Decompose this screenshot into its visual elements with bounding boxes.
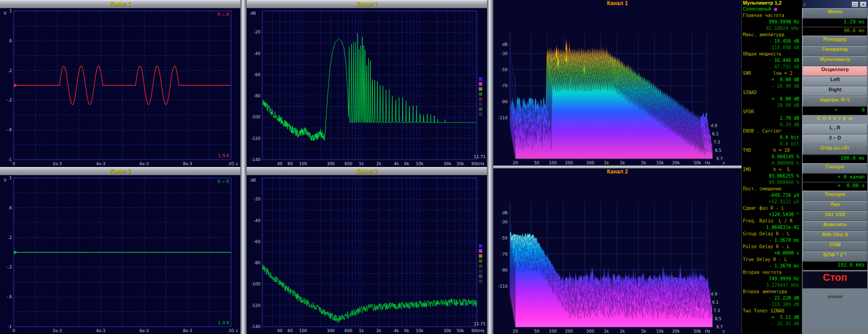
- delay-rl-button[interactable]: Задерж. R–L: [802, 96, 868, 106]
- sync-button[interactable]: Синхро: [802, 163, 868, 173]
- svg-text:8e-3: 8e-3: [183, 161, 192, 166]
- oscilloscope-channel2-panel: Канал 2 1.6.2-.2-.6-102e-34e-36e-38e-3.0…: [0, 167, 240, 334]
- linear-button[interactable]: Лин: [802, 201, 868, 211]
- left-button[interactable]: Left: [802, 76, 868, 86]
- svg-text:1: 1: [9, 176, 12, 180]
- spectrum-channel1-plot[interactable]: -20-40-60-80-100-120-14040601003006001k2…: [247, 8, 487, 167]
- meter-value: 0.0 bit: [742, 141, 802, 148]
- generator-button[interactable]: Генератор: [802, 46, 868, 56]
- svg-text:s: s: [236, 328, 238, 333]
- meter-label: Пост. смещение: [742, 186, 802, 193]
- meter-value: - 1.3670 ms: [742, 238, 802, 244]
- spectrum-channel2-plot[interactable]: -20-40-60-80-100-120-14040601003006001k2…: [247, 175, 487, 334]
- stop-button[interactable]: Стоп: [802, 271, 868, 289]
- svg-text:dB: dB: [250, 11, 256, 16]
- svg-text:8.5: 8.5: [715, 148, 721, 153]
- close-icon[interactable]: ✕: [860, 1, 867, 7]
- svg-text:-140: -140: [251, 324, 261, 329]
- delay-value-value: + 0: [802, 106, 868, 115]
- vertical-scrollbar-separator[interactable]: [240, 0, 247, 334]
- fft-size-button[interactable]: БПФ * 2¹⁴: [802, 251, 868, 262]
- meter-value: - 25.41 dB: [742, 321, 802, 328]
- svg-text:.2: .2: [8, 68, 12, 73]
- weighting-button[interactable]: Взвесить: [802, 221, 868, 231]
- oscilloscope-channel2-plot[interactable]: 1.6.2-.2-.6-102e-34e-36e-38e-3.01VsR = R…: [0, 175, 240, 334]
- oscilloscope-channel1-panel: Канал 1 1.6.2-.2-.6-102e-34e-36e-38e-3.0…: [0, 0, 240, 167]
- svg-text:.6: .6: [8, 206, 12, 210]
- waterfall-channel2-plot[interactable]: -30-50-70-90-110dB20501002005001k2k5k10k…: [493, 178, 741, 334]
- control-panel: ♪▢✕Меню1.29 ms90.6 msРекордерГенераторМу…: [802, 0, 868, 334]
- window-function-button[interactable]: Rife-Vinc 6: [802, 231, 868, 241]
- svg-text:6e-3: 6e-3: [139, 328, 149, 333]
- right-button[interactable]: Right: [802, 86, 868, 96]
- current-button[interactable]: Текущее: [802, 191, 868, 201]
- multimeter-title: Мультиметр 1,2: [742, 0, 802, 6]
- spectra-3d-button[interactable]: 3 – D: [802, 134, 868, 145]
- spectra-lr-button[interactable]: L , R: [802, 124, 868, 134]
- svg-text:1k: 1k: [359, 328, 365, 333]
- svg-text:300: 300: [327, 161, 335, 166]
- svg-text:-50: -50: [501, 236, 508, 240]
- spectrum-channel2-titlebar[interactable]: Канал 2: [247, 167, 487, 175]
- svg-text:Hz: Hz: [705, 161, 710, 165]
- multimeter-button[interactable]: Мультиметр: [802, 56, 868, 66]
- svg-text:7.3: 7.3: [713, 308, 720, 313]
- oscilloscope-channel2-titlebar[interactable]: Канал 2: [0, 167, 240, 175]
- svg-text:Hz: Hz: [479, 328, 485, 333]
- svg-text:-.2: -.2: [6, 265, 12, 269]
- svg-text:-80: -80: [254, 94, 260, 98]
- svg-text:9.7: 9.7: [716, 325, 723, 329]
- svg-text:-110: -110: [498, 284, 508, 289]
- svg-text:11.71: 11.71: [474, 155, 486, 159]
- menu-button[interactable]: Меню: [802, 8, 868, 18]
- svg-text:1 Л R: 1 Л R: [218, 321, 229, 325]
- window-length-value: 100.0 ms: [802, 155, 868, 163]
- svg-text:4.9: 4.9: [711, 292, 718, 296]
- recorder-button[interactable]: Рекордер: [802, 36, 868, 46]
- svg-text:Hz: Hz: [705, 329, 710, 334]
- meter-label: Вторая амплитуда: [742, 289, 802, 295]
- open-input-button[interactable]: Откр.вх.>0<: [802, 145, 868, 155]
- svg-text:10k: 10k: [656, 329, 664, 334]
- oscilloscope-channel1-plot[interactable]: 1.6.2-.2-.6-102e-34e-36e-38e-3.01VsR = R…: [0, 8, 240, 167]
- svg-text:1 Л R: 1 Л R: [218, 154, 229, 158]
- waterfall-channel1-plot[interactable]: -30-50-70-90-110dB20501002005001k2k5k10k…: [493, 10, 741, 166]
- svg-text:-1: -1: [8, 157, 12, 162]
- svg-text:600: 600: [344, 161, 352, 166]
- multimeter-readout-panel: Мультиметр 1,2СелективныйГлавная частота…: [741, 0, 802, 334]
- meter-value: -119.389 dB: [742, 302, 802, 308]
- svg-text:10k: 10k: [416, 161, 424, 166]
- app-root: Канал 1 1.6.2-.2-.6-102e-34e-36e-38e-3.0…: [0, 0, 868, 334]
- oscilloscope-button[interactable]: Осциллогр: [802, 66, 868, 76]
- sample-rate-value: 192.0 kHz: [802, 262, 868, 270]
- oscilloscope-channel1-titlebar[interactable]: Канал 1: [0, 0, 240, 8]
- spectrum-channel1-titlebar[interactable]: Канал 1: [247, 0, 487, 8]
- psd-button[interactable]: СПМ: [802, 241, 868, 251]
- svg-text:20: 20: [513, 329, 518, 334]
- meter-label: THD h = 10: [742, 148, 802, 154]
- svg-text:-.2: -.2: [6, 98, 12, 102]
- time-readout-2-value: 90.6 ms: [802, 27, 868, 36]
- svg-text:-50: -50: [501, 67, 508, 72]
- svg-text:50k: 50k: [694, 329, 702, 334]
- meter-label: Сдвиг фаз R - L: [742, 206, 802, 212]
- svg-text:-90: -90: [501, 268, 508, 273]
- oscilloscope-channel2-title: Канал 2: [110, 168, 131, 174]
- meter-label: Вторая частота: [742, 270, 802, 276]
- app-icon: ♪: [803, 1, 806, 7]
- svg-text:-40: -40: [254, 51, 260, 56]
- svg-text:-30: -30: [501, 220, 508, 224]
- spectrum-channel1-panel: Канал 1 -20-40-60-80-100-120-14040601003…: [247, 0, 487, 167]
- svg-text:6e-3: 6e-3: [139, 161, 149, 166]
- meter-label: ENOB . Carrier: [742, 128, 802, 135]
- maximize-icon[interactable]: ▢: [851, 1, 858, 7]
- meter-value: 0.29 dB: [742, 122, 802, 128]
- svg-text:9.7: 9.7: [716, 156, 723, 161]
- spectrum-column: Канал 1 -20-40-60-80-100-120-14040601003…: [247, 0, 487, 334]
- svg-text:Hz: Hz: [479, 161, 485, 166]
- vertical-scrollbar-separator[interactable]: [487, 0, 493, 334]
- svg-text:2e-3: 2e-3: [53, 328, 62, 333]
- meter-value: - 28.90 dB: [742, 84, 802, 90]
- svg-text:0: 0: [12, 328, 15, 333]
- octave-button[interactable]: Окт 1/24: [802, 211, 868, 221]
